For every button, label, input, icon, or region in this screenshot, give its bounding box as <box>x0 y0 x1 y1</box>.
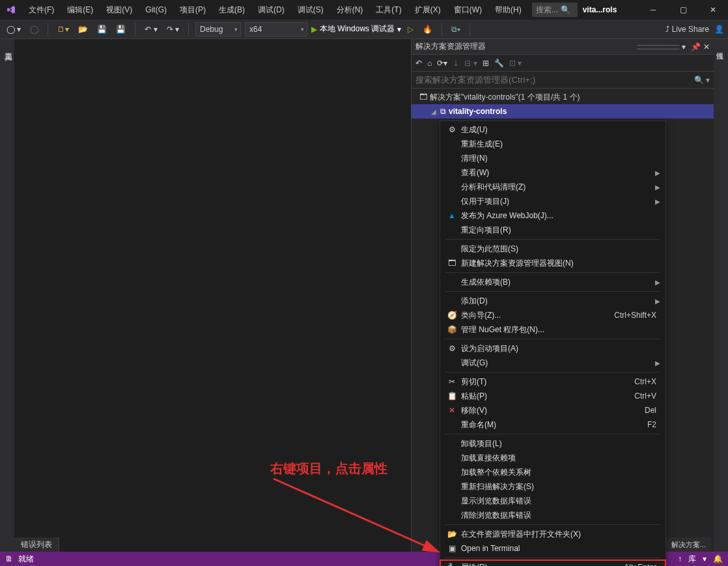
context-menu-item[interactable]: 添加(D)▶ <box>440 294 665 308</box>
save-all-button[interactable]: 💾 <box>113 22 128 36</box>
context-menu-item[interactable]: ✕移除(V)Del <box>440 403 665 417</box>
context-menu-item[interactable]: 重新扫描解决方案(S) <box>440 479 665 494</box>
preview-icon[interactable]: ⊡ ▾ <box>509 59 522 68</box>
menu-window[interactable]: 窗口(W) <box>447 0 488 20</box>
context-menu-item[interactable]: 📋粘贴(P)Ctrl+V <box>440 389 665 403</box>
context-menu-item[interactable]: 生成依赖项(B)▶ <box>440 275 665 289</box>
submenu-arrow-icon: ▶ <box>655 184 660 191</box>
context-menu-item[interactable]: 重定向项目(R) <box>440 223 665 237</box>
context-menu-item[interactable]: 重新生成(E) <box>440 137 665 151</box>
feedback-icon[interactable]: 👤 <box>714 25 724 34</box>
repo-label[interactable]: 库 <box>688 554 696 565</box>
expand-icon[interactable]: ◢ <box>430 108 438 115</box>
menu-separator <box>445 434 660 434</box>
main-menu: 文件(F) 编辑(E) 视图(V) Git(G) 项目(P) 生成(B) 调试(… <box>22 0 528 20</box>
context-menu-item[interactable]: 显示浏览数据库错误 <box>440 494 665 508</box>
submenu-arrow-icon: ▶ <box>655 198 660 205</box>
menu-test[interactable]: 调试(S) <box>291 0 330 20</box>
notifications-icon[interactable]: 🔔 <box>713 554 723 563</box>
maximize-button[interactable]: ▢ <box>668 0 698 20</box>
menu-git[interactable]: Git(G) <box>139 0 173 20</box>
switch-view-icon[interactable]: ⟳▾ <box>437 59 447 68</box>
debug-no-debug-button[interactable]: ▷ <box>405 22 416 36</box>
context-menu-item[interactable]: 🧭类向导(Z)...Ctrl+Shift+X <box>440 308 665 322</box>
project-icon: ⧉ <box>440 107 446 116</box>
context-menu-item[interactable]: 查看(W)▶ <box>440 165 665 180</box>
context-menu-item[interactable]: 🗔新建解决方案资源管理器视图(N) <box>440 256 665 270</box>
newview-icon: 🗔 <box>445 259 458 268</box>
context-menu-item[interactable]: 🔧属性(R)Alt+Enter <box>440 560 665 566</box>
back-icon[interactable]: ↶ <box>415 59 422 68</box>
context-menu-item[interactable]: ⚙设为启动项目(A) <box>440 341 665 356</box>
solution-search[interactable]: 🔍 ▾ <box>412 72 714 89</box>
filter-icon[interactable]: ⊟ ▾ <box>464 59 477 68</box>
source-control-icon[interactable]: ↑ <box>678 554 682 563</box>
solution-search-input[interactable] <box>415 75 692 85</box>
context-menu-item[interactable]: ⚙生成(U) <box>440 122 665 137</box>
menu-tools[interactable]: 工具(T) <box>369 0 408 20</box>
live-share-button[interactable]: ⤴ Live Share <box>665 25 709 34</box>
run-button[interactable]: ▶ 本地 Windows 调试器 ▾ <box>311 23 401 35</box>
context-menu-item[interactable]: 分析和代码清理(Z)▶ <box>440 180 665 194</box>
context-menu-item[interactable]: 仅用于项目(J)▶ <box>440 194 665 208</box>
context-menu-item[interactable]: 限定为此范围(S) <box>440 242 665 256</box>
context-menu-item[interactable]: 加载整个依赖关系树 <box>440 465 665 479</box>
error-list-tab[interactable]: 错误列表 <box>14 537 59 552</box>
context-menu-item[interactable]: 📦管理 NuGet 程序包(N)... <box>440 322 665 337</box>
context-menu-item[interactable]: 调试(G)▶ <box>440 356 665 370</box>
wrench-icon: 🔧 <box>445 563 458 566</box>
close-button[interactable]: ✕ <box>698 0 728 20</box>
platform-combo[interactable]: x64 <box>245 22 307 36</box>
hot-reload-button[interactable]: 🔥 <box>420 22 435 36</box>
context-menu-item[interactable]: 📂在文件资源管理器中打开文件夹(X) <box>440 527 665 541</box>
project-context-menu: ⚙生成(U)重新生成(E)清理(N)查看(W)▶分析和代码清理(Z)▶仅用于项目… <box>440 120 666 566</box>
solution-explorer-bottom-tab[interactable]: 解决方案... <box>666 537 711 552</box>
nav-back-button[interactable]: ◯ ▾ <box>4 22 23 36</box>
solution-root-row[interactable]: 🗔 解决方案"vitality-controls"(1 个项目/共 1 个) <box>412 90 714 104</box>
properties-icon[interactable]: 🔧 <box>494 59 504 68</box>
stack-button[interactable]: ⧉▾ <box>449 22 463 36</box>
context-menu-item[interactable]: ✂剪切(T)Ctrl+X <box>440 375 665 389</box>
solution-root-label: 解决方案"vitality-controls"(1 个项目/共 1 个) <box>430 92 580 103</box>
minimize-button[interactable]: ─ <box>638 0 668 20</box>
project-label: vitality-controls <box>449 107 507 116</box>
context-menu-item[interactable]: ▣Open in Terminal <box>440 541 665 556</box>
undo-button[interactable]: ↶ ▾ <box>142 22 160 36</box>
show-all-icon[interactable]: ⊞ <box>483 59 489 68</box>
menu-debug[interactable]: 调试(D) <box>251 0 291 20</box>
menu-edit[interactable]: 编辑(E) <box>61 0 100 20</box>
context-menu-shortcut: Ctrl+X <box>634 377 660 386</box>
redo-button[interactable]: ↷ ▾ <box>164 22 182 36</box>
save-button[interactable]: 💾 <box>94 22 109 36</box>
sync-icon[interactable]: ⤓ <box>453 59 459 68</box>
context-menu-item[interactable]: 卸载项目(L) <box>440 436 665 451</box>
menu-analyze[interactable]: 分析(N) <box>330 0 370 20</box>
menu-extensions[interactable]: 扩展(X) <box>408 0 447 20</box>
context-menu-item[interactable]: 清理(N) <box>440 151 665 165</box>
open-file-button[interactable]: 📂 <box>76 22 91 36</box>
context-menu-item[interactable]: 清除浏览数据库错误 <box>440 508 665 522</box>
nav-fwd-button[interactable]: ◯ <box>27 22 41 36</box>
context-menu-item[interactable]: ▲发布为 Azure WebJob(J)... <box>440 208 665 223</box>
project-row[interactable]: ◢ ⧉ vitality-controls <box>412 104 714 119</box>
new-project-button[interactable]: 🗋▾ <box>55 22 72 36</box>
context-menu-item[interactable]: 加载直接依赖项 <box>440 451 665 465</box>
context-menu-item[interactable]: 重命名(M)F2 <box>440 417 665 432</box>
submenu-arrow-icon: ▶ <box>655 298 660 305</box>
context-menu-label: 分析和代码清理(Z) <box>458 182 652 193</box>
properties-tab[interactable]: 属性 <box>714 43 726 51</box>
home-icon[interactable]: ⌂ <box>427 59 432 68</box>
menu-build[interactable]: 生成(B) <box>212 0 251 20</box>
menu-file[interactable]: 文件(F) <box>22 0 61 20</box>
pin-icon[interactable]: 📌 <box>691 42 701 51</box>
menu-project[interactable]: 项目(P) <box>173 0 212 20</box>
menu-help[interactable]: 帮助(H) <box>488 0 528 20</box>
config-combo[interactable]: Debug <box>195 22 241 36</box>
menu-view[interactable]: 视图(V) <box>100 0 139 20</box>
repo-dropdown-icon[interactable]: ▾ <box>703 554 707 563</box>
panel-close-button[interactable]: ✕ <box>703 42 710 51</box>
panel-menu-button[interactable]: ▾ <box>682 42 686 51</box>
title-search[interactable]: 搜索... 🔍 <box>532 3 578 17</box>
output-icon[interactable]: 🗎 <box>5 554 13 563</box>
context-menu-label: 剪切(T) <box>458 376 634 388</box>
